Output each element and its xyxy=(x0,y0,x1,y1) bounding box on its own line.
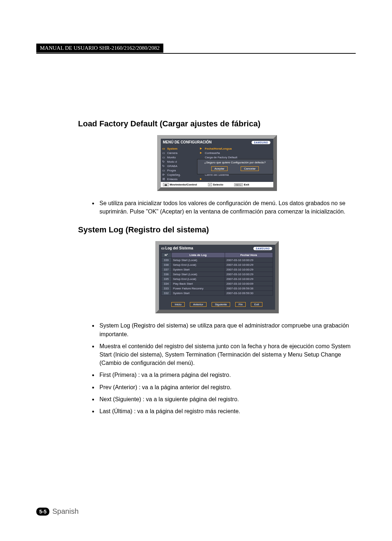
menu-item-program[interactable]: ▭Progra xyxy=(162,168,202,172)
confirm-dialog: ¿Seguro que quiere Configuración por def… xyxy=(197,159,273,174)
page-number-badge: 5-5 xyxy=(36,508,49,516)
menu-item-camera[interactable]: ▭Cámera▶ xyxy=(162,151,202,155)
next-button[interactable]: Siguiente xyxy=(212,302,230,307)
bullet-text: Muestra el contenido del registro del si… xyxy=(98,342,356,367)
menu-item-backup[interactable]: ⟳CopiaSeg. xyxy=(162,172,202,177)
language-label: Spanish xyxy=(52,507,78,516)
table-row: 332System Start2007-03-10 09:59:30 xyxy=(161,291,273,296)
dialog-message: ¿Seguro que quiere Configuración por def… xyxy=(200,161,271,164)
first-button[interactable]: Inicio xyxy=(171,302,185,307)
col-list: Lista de Log xyxy=(171,253,225,258)
table-row: 336Setup Start (Local)2007-03-10 10:00:2… xyxy=(161,272,273,277)
table-row: 335Setup End (Local)2007-03-10 10:00:29 xyxy=(161,277,273,281)
submenu-password[interactable]: Contraseña xyxy=(205,151,271,155)
log-table: N° Lista de Log Fecha/ Hora 339Setup Sta… xyxy=(161,252,273,296)
cancel-button[interactable]: Cancelar xyxy=(241,166,259,171)
nav-key-icon: ◀▶ xyxy=(163,183,169,186)
bullet-text: Next (Siguiente) : va a la siguiente pág… xyxy=(98,395,356,403)
header-title: MANUAL DE USUARIO SHR-2160/2162/2080/208… xyxy=(36,44,163,53)
bullet-text: Se utiliza para inicializar todos los va… xyxy=(98,199,356,216)
bullet-text: First (Primera) : va a la primera página… xyxy=(98,371,356,379)
menu-item-links[interactable]: ⛓Enlaces▶ xyxy=(162,177,202,181)
table-row: 338Setup End (Local)2007-03-10 10:00:29 xyxy=(161,263,273,267)
table-row: 339Setup Start (Local)2007-03-10 10:00:2… xyxy=(161,258,273,263)
brand-badge: SAMSUNG xyxy=(253,247,272,250)
table-row: 337System Start2007-03-10 10:00:29 xyxy=(161,267,273,272)
col-num: N° xyxy=(161,253,171,258)
section1-heading: Load Factory Default (Cargar ajustes de … xyxy=(78,119,356,129)
menu-footer: ◀▶Movimiento/Control ↵Selecto MENUExit xyxy=(161,182,273,187)
factory-default-screenshot: SAMSUNG MENÚ DE CONFIGURACIÓN ▭System▶ ▭… xyxy=(157,135,277,191)
exit-button[interactable]: Exit xyxy=(251,302,262,307)
systemlog-screenshot: SAMSUNG ▭ Log del Sistema N° Lista de Lo… xyxy=(155,241,279,313)
submenu-date[interactable]: Fecha/Hora/Lengua xyxy=(205,146,271,151)
section1-bullets: Se utiliza para inicializar todos los va… xyxy=(78,199,356,216)
menu-item-monitor[interactable]: ▭Monito xyxy=(162,155,202,159)
table-row: 333Power Failure Recorery2007-03-10 09:5… xyxy=(161,286,273,291)
prev-button[interactable]: Anterior xyxy=(190,302,207,307)
col-date: Fecha/ Hora xyxy=(225,253,273,258)
bullet-text: Prev (Anterior) : va a la página anterio… xyxy=(98,383,356,391)
menu-item-record[interactable]: ↻GRABA xyxy=(162,164,202,168)
ok-button[interactable]: Aceptar xyxy=(211,166,228,171)
table-row: 334Play Back Start2007-03-10 10:00:09 xyxy=(161,281,273,286)
menu-item-mode[interactable]: ↻Modo d xyxy=(162,159,202,164)
last-button[interactable]: Fin xyxy=(235,302,246,307)
bullet-text: System Log (Registro del sistema) se uti… xyxy=(98,321,356,338)
section2-bullets: System Log (Registro del sistema) se uti… xyxy=(78,321,356,415)
brand-badge: SAMSUNG xyxy=(252,141,270,144)
section2-heading: System Log (Registro del sistema) xyxy=(78,225,356,235)
select-key-icon: ↵ xyxy=(208,183,212,186)
menu-item-system[interactable]: ▭System▶ xyxy=(162,146,202,151)
menu-key-icon: MENU xyxy=(234,183,243,186)
bullet-text: Last (Última) : va a la página del regis… xyxy=(98,407,356,415)
